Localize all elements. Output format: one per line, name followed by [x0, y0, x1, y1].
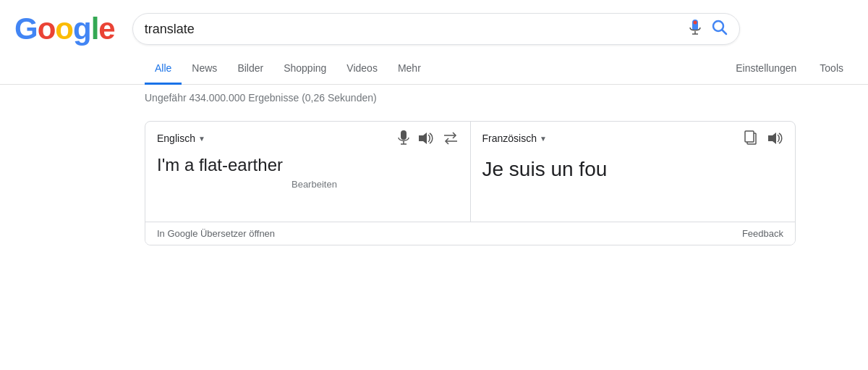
tab-mehr[interactable]: Mehr [388, 54, 431, 85]
tab-shopping[interactable]: Shopping [273, 54, 336, 85]
source-text-area: I'm a flat-earther Bearbeiten [157, 155, 459, 213]
source-mic-icon[interactable] [398, 130, 409, 146]
source-panel: Englisch ▼ [145, 122, 471, 222]
source-lang-header: Englisch ▼ [157, 130, 459, 146]
microphone-icon[interactable] [689, 20, 703, 38]
source-text: I'm a flat-earther [157, 155, 283, 175]
tab-tools[interactable]: Tools [809, 54, 854, 85]
search-icon[interactable] [712, 20, 728, 38]
tab-alle[interactable]: Alle [145, 54, 182, 85]
source-speaker-icon[interactable] [418, 132, 434, 145]
svg-marker-10 [419, 133, 427, 144]
main-content: Englisch ▼ [0, 111, 868, 260]
search-bar[interactable]: translate [132, 13, 740, 45]
svg-rect-12 [745, 131, 754, 142]
bearbeiten-link[interactable]: Bearbeiten [292, 179, 337, 190]
search-icons [689, 20, 728, 38]
tab-videos[interactable]: Videos [336, 54, 388, 85]
copy-icon[interactable] [744, 130, 759, 146]
open-translator-link[interactable]: In Google Übersetzer öffnen [157, 228, 275, 239]
search-input[interactable]: translate [145, 22, 680, 37]
feedback-link[interactable]: Feedback [742, 228, 783, 239]
logo-letter-o2: o [55, 12, 73, 46]
translator-card-bottom: In Google Übersetzer öffnen Feedback [145, 222, 795, 245]
source-lang-icons [398, 130, 459, 146]
svg-rect-1 [693, 21, 697, 25]
translator-panels: Englisch ▼ [145, 122, 795, 222]
target-speaker-icon[interactable] [767, 132, 783, 145]
results-info: Ungefähr 434.000.000 Ergebnisse (0,26 Se… [0, 85, 868, 111]
target-panel: Französisch ▼ [471, 122, 796, 222]
logo-letter-g: G [14, 12, 38, 46]
logo-letter-o1: o [38, 12, 56, 46]
logo-letter-e: e [98, 12, 114, 46]
target-lang-selector[interactable]: Französisch ▼ [482, 133, 547, 144]
target-lang-arrow: ▼ [540, 135, 547, 143]
nav-right: Einstellungen Tools [726, 54, 854, 84]
header: Google translate [0, 0, 868, 54]
target-lang-header: Französisch ▼ [482, 130, 784, 146]
swap-languages-icon[interactable] [443, 132, 459, 145]
google-logo[interactable]: Google [14, 12, 115, 46]
source-lang-arrow: ▼ [198, 135, 205, 143]
tab-einstellungen[interactable]: Einstellungen [726, 54, 807, 85]
source-lang-label: Englisch [157, 133, 195, 144]
tab-bilder[interactable]: Bilder [227, 54, 273, 85]
svg-marker-13 [768, 133, 776, 144]
target-lang-label: Französisch [482, 133, 537, 144]
translator-card: Englisch ▼ [145, 121, 796, 245]
logo-letter-l: l [91, 12, 99, 46]
results-count: Ungefähr 434.000.000 Ergebnisse (0,26 Se… [145, 92, 377, 104]
svg-line-6 [722, 30, 726, 35]
logo-letter-g2: g [73, 12, 91, 46]
svg-rect-7 [401, 130, 407, 140]
target-lang-icons [744, 130, 783, 146]
nav-tabs: Alle News Bilder Shopping Videos Mehr Ei… [0, 54, 868, 85]
source-lang-selector[interactable]: Englisch ▼ [157, 133, 205, 144]
translated-text: Je suis un fou [482, 155, 784, 213]
tab-news[interactable]: News [182, 54, 227, 85]
